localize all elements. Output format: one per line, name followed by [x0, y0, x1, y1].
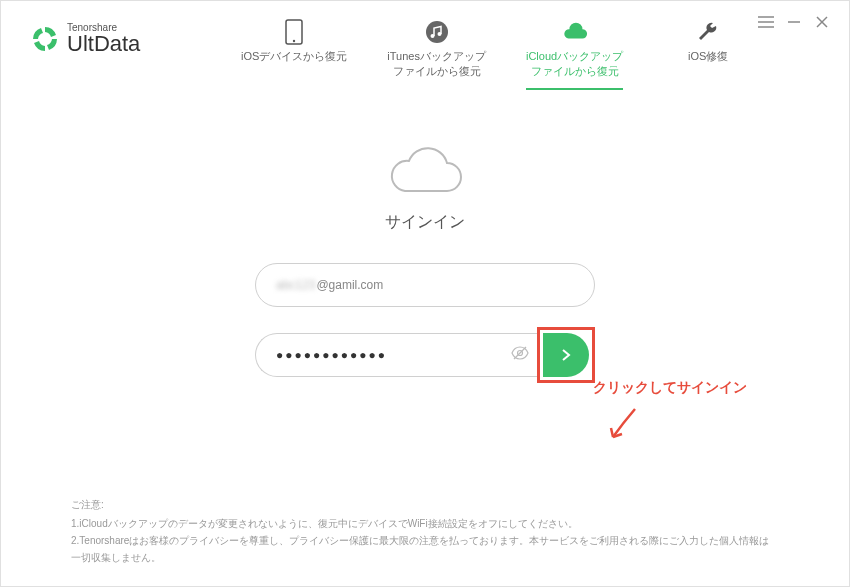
logo-product: UltData	[67, 33, 140, 55]
chevron-right-icon	[559, 348, 573, 362]
tab-label: iCloudバックアップ ファイルから復元	[526, 49, 623, 80]
window-controls	[757, 15, 831, 32]
email-blurred-part: abc123	[276, 278, 315, 292]
svg-point-3	[430, 34, 434, 38]
email-domain-part: @gamil.com	[316, 278, 383, 292]
signin-title: サインイン	[1, 212, 849, 233]
submit-highlight	[537, 327, 595, 383]
toggle-visibility-icon[interactable]	[511, 344, 529, 366]
svg-point-1	[293, 40, 295, 42]
menu-icon[interactable]	[757, 15, 775, 32]
svg-point-4	[437, 32, 441, 36]
email-input[interactable]: abc123 @gamil.com	[255, 263, 595, 307]
tab-label: iTunesバックアップ ファイルから復元	[387, 49, 486, 80]
footer-line-1: 1.iCloudバックアップのデータが変更されないように、復元中にデバイスでWi…	[71, 515, 779, 532]
signin-button[interactable]	[543, 333, 589, 377]
tab-ios-device-restore[interactable]: iOSデバイスから復元	[241, 19, 347, 90]
music-icon	[424, 19, 450, 45]
logo-icon	[31, 25, 59, 53]
password-input[interactable]	[255, 333, 539, 377]
tabs: iOSデバイスから復元 iTunesバックアップ ファイルから復元	[241, 19, 753, 90]
main-content: サインイン abc123 @gamil.com	[1, 91, 849, 383]
logo-text: Tenorshare UltData	[67, 23, 140, 55]
footer-title: ご注意:	[71, 496, 779, 513]
topbar: Tenorshare UltData iOSデバイスから復元	[1, 1, 849, 91]
tab-ios-repair[interactable]: iOS修復	[663, 19, 753, 90]
callout-text: クリックしてサインイン	[593, 379, 747, 397]
tab-icloud-restore[interactable]: iCloudバックアップ ファイルから復元	[526, 19, 623, 90]
signin-form: abc123 @gamil.com	[255, 263, 595, 383]
footer-notes: ご注意: 1.iCloudバックアップのデータが変更されないように、復元中にデバ…	[71, 496, 779, 566]
minimize-icon[interactable]	[785, 15, 803, 32]
svg-point-2	[426, 21, 448, 43]
password-row	[255, 327, 595, 383]
tab-label: iOSデバイスから復元	[241, 49, 347, 64]
cloud-large-icon	[385, 141, 465, 196]
logo: Tenorshare UltData	[31, 23, 140, 55]
wrench-icon	[695, 19, 721, 45]
device-icon	[281, 19, 307, 45]
callout-arrow-icon	[605, 405, 645, 445]
tab-itunes-restore[interactable]: iTunesバックアップ ファイルから復元	[387, 19, 486, 90]
cloud-icon	[562, 19, 588, 45]
app-window: Tenorshare UltData iOSデバイスから復元	[0, 0, 850, 587]
close-icon[interactable]	[813, 15, 831, 32]
footer-line-2: 2.Tenorshareはお客様のプライバシーを尊重し、プライバシー保護に最大限…	[71, 532, 779, 566]
email-field[interactable]: abc123 @gamil.com	[255, 263, 595, 307]
password-field-wrap	[255, 333, 539, 377]
tab-label: iOS修復	[688, 49, 728, 64]
